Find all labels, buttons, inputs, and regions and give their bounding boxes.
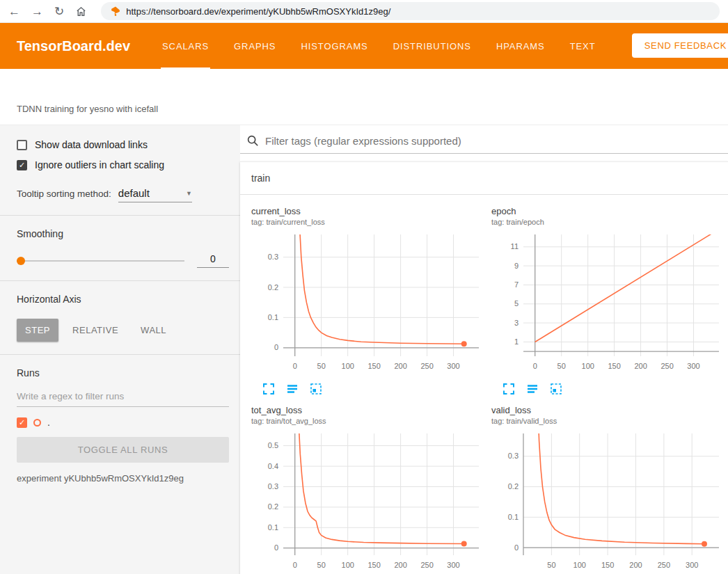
data-table-icon[interactable]	[286, 383, 299, 395]
svg-text:11: 11	[511, 242, 519, 250]
tab-scalars[interactable]: SCALARS	[161, 23, 210, 69]
checkbox-checked-icon[interactable]: ✓	[17, 160, 27, 170]
tab-graphs[interactable]: GRAPHS	[232, 23, 277, 69]
axis-step-button[interactable]: STEP	[17, 319, 58, 342]
send-feedback-button[interactable]: SEND FEEDBACK	[632, 33, 728, 58]
toggle-all-runs-button[interactable]: TOGGLE ALL RUNS	[17, 437, 229, 463]
svg-text:0.1: 0.1	[268, 313, 278, 321]
run-color-swatch	[33, 419, 41, 426]
svg-text:100: 100	[573, 561, 586, 569]
brand[interactable]: TensorBoard.dev	[17, 23, 130, 69]
svg-text:250: 250	[658, 561, 670, 569]
tooltip-sorting-label: Tooltip sorting method:	[17, 189, 111, 199]
chevron-down-icon: ▼	[186, 190, 192, 197]
svg-text:50: 50	[317, 362, 326, 370]
show-download-links-label: Show data download links	[35, 139, 148, 150]
tab-distributions[interactable]: DISTRIBUTIONS	[392, 23, 473, 69]
chart-plot-epoch[interactable]: 0501001502002503001357911	[491, 232, 726, 374]
slider-thumb[interactable]	[17, 257, 25, 265]
tab-histograms[interactable]: HISTOGRAMS	[299, 23, 369, 69]
show-download-links-row[interactable]: Show data download links	[17, 139, 229, 150]
home-icon[interactable]	[75, 6, 87, 17]
expand-chart-icon[interactable]	[503, 383, 515, 395]
chart-valid_loss: valid_losstag: train/valid_loss501001502…	[491, 405, 726, 574]
filter-tags-row	[240, 125, 728, 154]
ignore-outliers-row[interactable]: ✓ Ignore outliers in chart scaling	[17, 159, 229, 170]
smoothing-label: Smoothing	[17, 228, 229, 239]
chart-plot-valid_loss[interactable]: 5010015020025030000.10.20.3	[491, 431, 726, 573]
filter-tags-input[interactable]	[265, 135, 728, 147]
svg-text:0.5: 0.5	[268, 441, 278, 449]
chart-plot-tot_avg_loss[interactable]: 05010015020025030000.10.20.30.40.5	[251, 431, 486, 573]
axis-relative-button[interactable]: RELATIVE	[64, 319, 127, 342]
svg-text:100: 100	[582, 362, 594, 370]
svg-text:250: 250	[420, 362, 433, 370]
expand-chart-icon[interactable]	[262, 383, 275, 395]
forward-icon[interactable]: →	[31, 6, 43, 17]
svg-text:7: 7	[514, 280, 519, 289]
svg-text:0.1: 0.1	[508, 513, 519, 521]
browser-chrome: ← → ↻ https://tensorboard.dev/experiment…	[0, 0, 728, 23]
train-card: train current_losstag: train/current_los…	[240, 161, 728, 574]
svg-text:0.2: 0.2	[268, 283, 278, 292]
tooltip-sorting-dropdown[interactable]: default ▼	[118, 187, 192, 202]
svg-text:200: 200	[394, 561, 406, 569]
svg-text:0.3: 0.3	[508, 452, 519, 460]
tab-text[interactable]: TEXT	[569, 23, 597, 69]
smoothing-slider[interactable]	[17, 260, 184, 262]
back-icon[interactable]: ←	[8, 6, 20, 17]
chart-toolbar	[491, 383, 726, 395]
experiment-subheader: TDNN training for yesno with icefall	[0, 69, 728, 125]
address-bar[interactable]: https://tensorboard.dev/experiment/yKUbh…	[101, 2, 720, 20]
charts-grid: current_losstag: train/current_loss05010…	[240, 195, 728, 574]
svg-text:0: 0	[293, 561, 297, 569]
axis-wall-button[interactable]: WALL	[132, 319, 175, 342]
tab-hparams[interactable]: HPARAMS	[495, 23, 546, 69]
content: Show data download links ✓ Ignore outlie…	[0, 125, 728, 574]
svg-text:200: 200	[394, 362, 406, 370]
svg-text:1: 1	[514, 337, 519, 346]
train-card-header[interactable]: train	[240, 162, 728, 195]
checkbox-unchecked-icon[interactable]	[17, 140, 27, 150]
svg-text:0.3: 0.3	[268, 253, 278, 261]
svg-text:3: 3	[514, 319, 519, 327]
chart-tag: tag: train/tot_avg_loss	[251, 417, 486, 425]
svg-text:5: 5	[514, 299, 519, 308]
svg-text:150: 150	[367, 561, 380, 569]
chart-tag: tag: train/epoch	[491, 218, 726, 226]
experiment-id: experiment yKUbhb5wRmOSXYkId1z9eg	[17, 473, 229, 484]
reload-icon[interactable]: ↻	[54, 6, 64, 17]
svg-text:150: 150	[601, 561, 614, 569]
run-checkbox[interactable]: ✓	[17, 417, 27, 428]
fit-domain-icon[interactable]	[550, 383, 562, 395]
run-label: .	[47, 417, 50, 428]
runs-filter-input[interactable]	[17, 387, 229, 407]
chart-title: current_loss	[251, 206, 486, 216]
svg-text:300: 300	[447, 561, 459, 569]
chart-toolbar	[251, 383, 486, 395]
fit-domain-icon[interactable]	[310, 383, 322, 395]
divider	[0, 215, 240, 216]
svg-text:150: 150	[608, 362, 620, 370]
chart-plot-current_loss[interactable]: 05010015020025030000.10.20.3	[251, 232, 486, 374]
svg-text:250: 250	[420, 561, 433, 569]
svg-text:50: 50	[547, 561, 555, 569]
horizontal-axis-label: Horizontal Axis	[17, 294, 229, 305]
main-nav: SCALARS GRAPHS HISTOGRAMS DISTRIBUTIONS …	[161, 23, 597, 69]
experiment-title: TDNN training for yesno with icefall	[17, 104, 158, 114]
svg-text:150: 150	[367, 362, 380, 370]
svg-text:0.1: 0.1	[268, 523, 278, 532]
chart-title: valid_loss	[491, 405, 726, 415]
svg-text:100: 100	[342, 561, 354, 569]
run-row[interactable]: ✓ .	[17, 417, 229, 428]
svg-text:0: 0	[274, 343, 278, 351]
smoothing-value[interactable]: 0	[197, 253, 229, 268]
chart-title: epoch	[491, 206, 726, 216]
svg-text:50: 50	[317, 561, 326, 569]
data-table-icon[interactable]	[526, 383, 539, 395]
svg-text:0.3: 0.3	[268, 482, 278, 491]
svg-text:0: 0	[533, 362, 537, 370]
smoothing-row: 0	[17, 253, 229, 268]
svg-text:0.4: 0.4	[268, 462, 278, 470]
svg-text:250: 250	[660, 362, 673, 370]
